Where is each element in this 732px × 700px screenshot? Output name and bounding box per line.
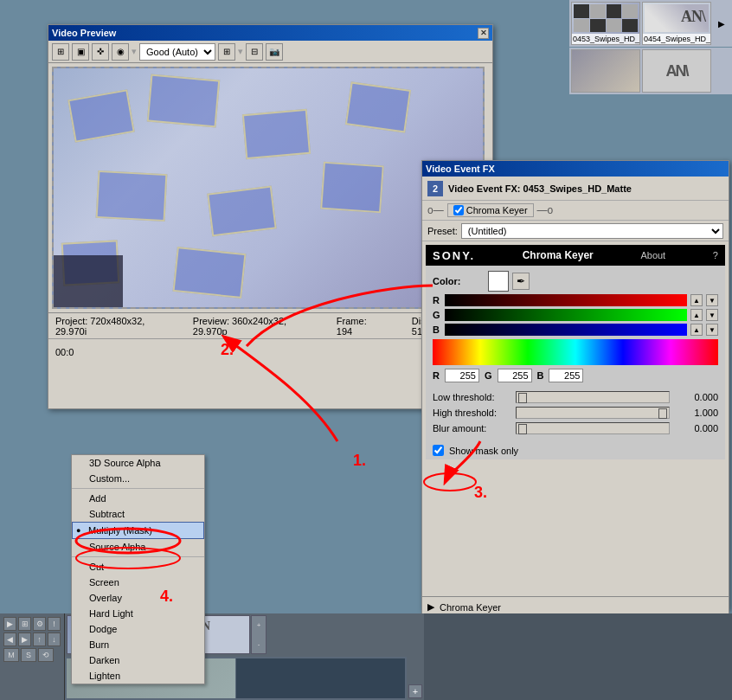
frame-info: Frame: 194	[337, 316, 377, 337]
track-btn-6[interactable]: ▶	[18, 633, 31, 646]
display-icon-btn[interactable]: ▣	[72, 43, 89, 61]
about-button[interactable]: About	[640, 250, 665, 260]
track-contract-btn[interactable]: -	[258, 640, 260, 648]
menu-item-overlay[interactable]: Overlay	[72, 590, 204, 606]
low-threshold-row: Low threshold: 0.000	[433, 391, 718, 403]
thumbnail-row2: AN\	[569, 48, 732, 94]
track-btn-row-2: ◀ ▶ ↑ ↓	[3, 633, 61, 646]
play-button[interactable]: ▶	[427, 601, 434, 613]
preview-icon-btn[interactable]: ⊞	[52, 43, 69, 61]
menu-item-source-alpha[interactable]: Source Alpha	[72, 539, 204, 555]
menu-sep-1	[72, 488, 204, 489]
menu-item-custom-label: Custom...	[89, 473, 130, 484]
r-value-input[interactable]	[445, 369, 479, 382]
track-btn-11[interactable]: ⟲	[38, 648, 54, 662]
track-btn-3[interactable]: ⚙	[33, 617, 46, 631]
vfx-bottom-plugin-label: Chroma Keyer	[440, 602, 501, 613]
toolbar-separator2: ▾	[238, 46, 243, 57]
track-btn-5[interactable]: ◀	[3, 633, 16, 646]
b-value-label: B	[537, 370, 544, 381]
menu-item-cut-label: Cut	[89, 562, 104, 572]
vfx-window: Video Event FX 2 Video Event FX: 0453_Sw…	[421, 160, 729, 610]
add-track-button[interactable]: +	[408, 684, 422, 698]
plugin-button[interactable]: Chroma Keyer	[447, 203, 534, 217]
high-threshold-handle[interactable]	[658, 408, 667, 419]
toolbar-separator: ▾	[132, 46, 137, 57]
low-threshold-track[interactable]	[516, 391, 670, 403]
menu-item-3d-source-alpha[interactable]: 3D Source Alpha	[72, 455, 204, 471]
move-icon-btn[interactable]: ✜	[92, 43, 109, 61]
track-expand-btn[interactable]: +	[257, 621, 261, 629]
menu-item-darken[interactable]: Darken	[72, 652, 204, 668]
blur-amount-value: 0.000	[675, 423, 718, 433]
grid-icon-btn[interactable]: ⊞	[218, 43, 235, 61]
track-btn-row-3: M S ⟲	[3, 648, 61, 662]
menu-item-subtract[interactable]: Subtract	[72, 506, 204, 522]
g-down-arrow[interactable]: ▼	[706, 309, 718, 321]
track-btn-10[interactable]: S	[21, 648, 36, 662]
menu-item-burn[interactable]: Burn	[72, 637, 204, 652]
b-channel-bar[interactable]	[445, 324, 687, 336]
thumbnail-1[interactable]: 0453_Swipes_HD_...	[571, 2, 640, 45]
help-button[interactable]: ?	[713, 250, 718, 260]
r-channel-bar[interactable]	[445, 294, 687, 306]
track-btn-4[interactable]: !	[48, 617, 61, 631]
b-channel-row: B ▲ ▼	[433, 324, 718, 336]
thumbnail-2[interactable]: AN\ 0454_Swipes_HD_...	[642, 2, 711, 45]
low-threshold-value: 0.000	[675, 392, 718, 402]
menu-item-cut[interactable]: Cut	[72, 559, 204, 575]
menu-item-custom[interactable]: Custom...	[72, 471, 204, 486]
preset-dropdown[interactable]: (Untitled)	[461, 223, 723, 239]
timecode: 00:0	[55, 347, 74, 357]
track-btn-7[interactable]: ↑	[33, 633, 46, 646]
quality-dropdown[interactable]: Good (Auto)	[139, 43, 215, 61]
thumbnail-1-label: 0453_Swipes_HD_...	[572, 34, 639, 44]
fx-badge: 2	[427, 181, 443, 196]
menu-item-dodge[interactable]: Dodge	[72, 621, 204, 637]
float-rect-4	[345, 81, 411, 132]
plugin-enable-checkbox[interactable]	[453, 205, 464, 215]
high-threshold-track[interactable]	[516, 407, 670, 419]
thumbnail-4[interactable]	[571, 49, 640, 93]
menu-item-multiply-mask-label: Multiply (Mask)	[88, 525, 152, 536]
track-btn-8[interactable]: ↓	[48, 633, 61, 646]
g-label: G	[433, 310, 441, 320]
preview-info: Preview: 360x240x32, 29.970p	[193, 316, 302, 337]
show-mask-checkbox[interactable]	[433, 445, 444, 456]
r-down-arrow[interactable]: ▼	[706, 294, 718, 306]
low-threshold-handle[interactable]	[518, 393, 527, 403]
high-threshold-value: 1.000	[675, 408, 718, 418]
g-value-input[interactable]	[498, 369, 532, 382]
menu-item-add[interactable]: Add	[72, 491, 204, 506]
vfx-title: Video Event FX	[426, 164, 495, 174]
track-btn-9[interactable]: M	[3, 648, 19, 662]
b-up-arrow[interactable]: ▲	[690, 324, 703, 336]
g-up-arrow[interactable]: ▲	[690, 309, 703, 321]
r-up-arrow[interactable]: ▲	[690, 294, 703, 306]
b-down-arrow[interactable]: ▼	[706, 324, 718, 336]
g-channel-bar[interactable]	[445, 309, 687, 321]
blur-amount-handle[interactable]	[518, 424, 527, 434]
sony-plugin-area: SONY. Chroma Keyer About ? Color: ✒ R ▲ …	[422, 241, 729, 463]
menu-item-screen[interactable]: Screen	[72, 575, 204, 590]
menu-item-lighten[interactable]: Lighten	[72, 668, 204, 684]
float-rect-2	[147, 74, 220, 128]
menu-item-multiply-mask[interactable]: ● Multiply (Mask)	[72, 522, 204, 539]
thumbnail-2-label: 0454_Swipes_HD_...	[643, 34, 710, 44]
plugin-chain-row: o— Chroma Keyer —o	[422, 201, 729, 221]
circle-icon-btn[interactable]: ◉	[112, 43, 129, 61]
thumbnail-6[interactable]	[713, 49, 730, 93]
track-btn-1[interactable]: ▶	[3, 617, 16, 631]
close-button[interactable]: ✕	[478, 28, 489, 39]
blur-amount-track[interactable]	[516, 422, 670, 434]
thumbnail-5[interactable]: AN\	[642, 49, 711, 93]
menu-item-hard-light[interactable]: Hard Light	[72, 606, 204, 621]
spectrum-bar[interactable]	[433, 339, 718, 365]
preset-label: Preset:	[427, 226, 458, 236]
split-icon-btn[interactable]: ⊟	[246, 43, 263, 61]
camera-icon-btn[interactable]: 📷	[266, 43, 283, 61]
eyedropper-button[interactable]: ✒	[512, 273, 530, 290]
track-btn-2[interactable]: ⊞	[18, 617, 31, 631]
b-value-input[interactable]	[549, 369, 583, 382]
thumbnail-3[interactable]: ▶	[713, 2, 730, 45]
